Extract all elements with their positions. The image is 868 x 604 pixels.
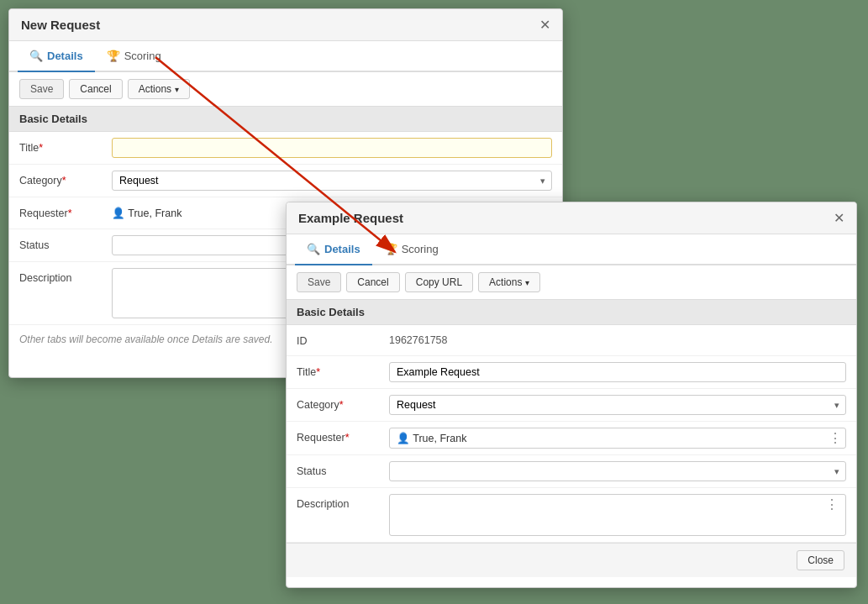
new-request-close-button[interactable]: ✕ bbox=[539, 18, 550, 32]
new-request-tabs: 🔍 Details 🏆 Scoring bbox=[9, 41, 562, 72]
status-label-new: Status bbox=[19, 235, 112, 251]
close-area: Close bbox=[287, 543, 856, 577]
title-label-example: Title* bbox=[297, 362, 389, 378]
new-request-title: New Request bbox=[21, 18, 100, 32]
description-label-new: Description bbox=[19, 268, 112, 284]
copy-url-button[interactable]: Copy URL bbox=[405, 272, 473, 292]
requester-label-new: Requester* bbox=[19, 203, 112, 219]
actions-button-example[interactable]: Actions ▾ bbox=[478, 272, 540, 292]
example-request-modal: Example Request ✕ 🔍 Details 🏆 Scoring Sa… bbox=[286, 202, 857, 588]
actions-label-example: Actions bbox=[489, 276, 522, 288]
category-label-example: Category* bbox=[297, 395, 389, 411]
scoring-icon-new: 🏆 bbox=[107, 50, 120, 62]
category-label-new: Category* bbox=[19, 171, 112, 186]
status-label-example: Status bbox=[297, 461, 389, 477]
title-row-example: Title* bbox=[287, 356, 856, 389]
title-label-new: Title* bbox=[19, 138, 112, 154]
requester-kebab-menu[interactable]: ⋮ bbox=[825, 432, 845, 445]
title-input-example[interactable] bbox=[389, 362, 846, 382]
cancel-button-example[interactable]: Cancel bbox=[346, 272, 399, 292]
save-button-example[interactable]: Save bbox=[297, 272, 341, 292]
person-icon-example: 👤 bbox=[397, 433, 410, 444]
tab-scoring-label-example: Scoring bbox=[402, 243, 439, 255]
title-input-new[interactable] bbox=[112, 138, 552, 158]
status-select-wrapper bbox=[389, 461, 846, 481]
scoring-icon-example: 🏆 bbox=[384, 243, 397, 255]
tab-details-example[interactable]: 🔍 Details bbox=[295, 234, 372, 265]
description-area-example: ⋮ bbox=[389, 494, 846, 536]
id-row: ID 1962761758 bbox=[287, 325, 856, 356]
tab-scoring-new[interactable]: 🏆 Scoring bbox=[95, 41, 173, 72]
close-button[interactable]: Close bbox=[797, 550, 844, 570]
requester-field-border: 👤 True, Frank ⋮ bbox=[389, 428, 846, 449]
actions-arrow-new: ▾ bbox=[175, 85, 179, 94]
category-row-new: Category* Request bbox=[9, 165, 562, 197]
status-select-example[interactable] bbox=[389, 461, 846, 481]
category-select-wrapper-new: Request bbox=[112, 171, 552, 191]
tab-scoring-example[interactable]: 🏆 Scoring bbox=[372, 234, 450, 265]
basic-details-header-example: Basic Details bbox=[287, 300, 856, 325]
example-request-toolbar: Save Cancel Copy URL Actions ▾ bbox=[287, 265, 856, 300]
id-label: ID bbox=[297, 331, 389, 347]
new-request-toolbar: Save Cancel Actions ▾ bbox=[9, 72, 562, 107]
example-request-title: Example Request bbox=[298, 211, 403, 225]
actions-arrow-example: ▾ bbox=[525, 278, 529, 287]
cancel-button-new[interactable]: Cancel bbox=[69, 79, 122, 99]
id-value: 1962761758 bbox=[389, 331, 846, 349]
category-select-new[interactable]: Request bbox=[112, 171, 552, 191]
new-request-header: New Request ✕ bbox=[9, 9, 562, 41]
save-button-new[interactable]: Save bbox=[19, 79, 64, 99]
details-icon-new: 🔍 bbox=[29, 50, 43, 62]
category-row-example: Category* Request bbox=[287, 389, 856, 422]
example-request-tabs: 🔍 Details 🏆 Scoring bbox=[287, 234, 856, 265]
tab-details-new[interactable]: 🔍 Details bbox=[18, 41, 95, 72]
details-icon-example: 🔍 bbox=[307, 243, 320, 255]
tab-scoring-label-new: Scoring bbox=[124, 50, 161, 62]
description-kebab-menu[interactable]: ⋮ bbox=[822, 498, 842, 512]
person-icon-new: 👤 bbox=[112, 207, 125, 219]
basic-details-header-new: Basic Details bbox=[9, 107, 562, 132]
category-select-wrapper-example: Request bbox=[389, 395, 846, 415]
actions-button-new[interactable]: Actions ▾ bbox=[128, 79, 190, 99]
example-request-close-button[interactable]: ✕ bbox=[834, 212, 844, 225]
example-request-header: Example Request ✕ bbox=[287, 202, 856, 234]
requester-label-example: Requester* bbox=[297, 428, 389, 444]
requester-value-example: 👤 True, Frank bbox=[390, 428, 825, 448]
tab-details-label-new: Details bbox=[47, 50, 83, 62]
category-select-example[interactable]: Request bbox=[389, 395, 846, 415]
description-label-example: Description bbox=[297, 494, 389, 510]
tab-details-label-example: Details bbox=[324, 243, 360, 255]
status-row-example: Status bbox=[287, 455, 856, 488]
description-row-example: Description ⋮ bbox=[287, 488, 856, 543]
actions-label-new: Actions bbox=[139, 83, 171, 95]
requester-row-example: Requester* 👤 True, Frank ⋮ bbox=[287, 422, 856, 455]
example-request-form: ID 1962761758 Title* Category* Request R… bbox=[287, 325, 856, 543]
title-row-new: Title* bbox=[9, 132, 562, 165]
